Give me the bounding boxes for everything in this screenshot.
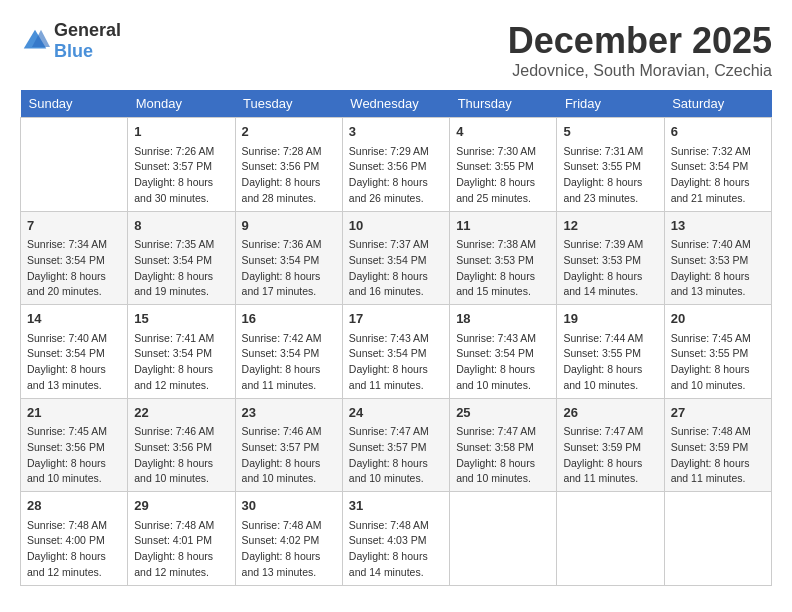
day-number: 3 [349,122,443,142]
cell-content: Sunrise: 7:40 AM Sunset: 3:54 PM Dayligh… [27,331,121,394]
calendar-cell: 28Sunrise: 7:48 AM Sunset: 4:00 PM Dayli… [21,492,128,586]
week-row-1: 1Sunrise: 7:26 AM Sunset: 3:57 PM Daylig… [21,118,772,212]
calendar-cell: 3Sunrise: 7:29 AM Sunset: 3:56 PM Daylig… [342,118,449,212]
calendar-cell [664,492,771,586]
calendar-cell: 11Sunrise: 7:38 AM Sunset: 3:53 PM Dayli… [450,211,557,305]
title-block: December 2025 Jedovnice, South Moravian,… [508,20,772,80]
calendar-cell: 27Sunrise: 7:48 AM Sunset: 3:59 PM Dayli… [664,398,771,492]
day-number: 21 [27,403,121,423]
month-year: December 2025 [508,20,772,62]
calendar-cell: 5Sunrise: 7:31 AM Sunset: 3:55 PM Daylig… [557,118,664,212]
day-number: 11 [456,216,550,236]
cell-content: Sunrise: 7:48 AM Sunset: 3:59 PM Dayligh… [671,424,765,487]
day-number: 14 [27,309,121,329]
day-number: 6 [671,122,765,142]
day-number: 12 [563,216,657,236]
day-number: 19 [563,309,657,329]
weekday-header-sunday: Sunday [21,90,128,118]
weekday-header-wednesday: Wednesday [342,90,449,118]
cell-content: Sunrise: 7:46 AM Sunset: 3:57 PM Dayligh… [242,424,336,487]
cell-content: Sunrise: 7:47 AM Sunset: 3:58 PM Dayligh… [456,424,550,487]
day-number: 4 [456,122,550,142]
calendar-cell: 22Sunrise: 7:46 AM Sunset: 3:56 PM Dayli… [128,398,235,492]
calendar-cell: 9Sunrise: 7:36 AM Sunset: 3:54 PM Daylig… [235,211,342,305]
cell-content: Sunrise: 7:28 AM Sunset: 3:56 PM Dayligh… [242,144,336,207]
page-header: General Blue December 2025 Jedovnice, So… [20,20,772,80]
calendar-cell: 24Sunrise: 7:47 AM Sunset: 3:57 PM Dayli… [342,398,449,492]
day-number: 23 [242,403,336,423]
calendar-cell: 12Sunrise: 7:39 AM Sunset: 3:53 PM Dayli… [557,211,664,305]
location: Jedovnice, South Moravian, Czechia [508,62,772,80]
day-number: 7 [27,216,121,236]
calendar-cell [450,492,557,586]
day-number: 15 [134,309,228,329]
calendar-cell: 2Sunrise: 7:28 AM Sunset: 3:56 PM Daylig… [235,118,342,212]
cell-content: Sunrise: 7:48 AM Sunset: 4:02 PM Dayligh… [242,518,336,581]
calendar-cell [557,492,664,586]
cell-content: Sunrise: 7:36 AM Sunset: 3:54 PM Dayligh… [242,237,336,300]
cell-content: Sunrise: 7:38 AM Sunset: 3:53 PM Dayligh… [456,237,550,300]
calendar-cell: 17Sunrise: 7:43 AM Sunset: 3:54 PM Dayli… [342,305,449,399]
cell-content: Sunrise: 7:48 AM Sunset: 4:00 PM Dayligh… [27,518,121,581]
weekday-header-saturday: Saturday [664,90,771,118]
cell-content: Sunrise: 7:48 AM Sunset: 4:01 PM Dayligh… [134,518,228,581]
weekday-header-row: SundayMondayTuesdayWednesdayThursdayFrid… [21,90,772,118]
calendar-cell: 15Sunrise: 7:41 AM Sunset: 3:54 PM Dayli… [128,305,235,399]
day-number: 17 [349,309,443,329]
cell-content: Sunrise: 7:48 AM Sunset: 4:03 PM Dayligh… [349,518,443,581]
calendar-cell: 31Sunrise: 7:48 AM Sunset: 4:03 PM Dayli… [342,492,449,586]
cell-content: Sunrise: 7:37 AM Sunset: 3:54 PM Dayligh… [349,237,443,300]
calendar-cell: 19Sunrise: 7:44 AM Sunset: 3:55 PM Dayli… [557,305,664,399]
calendar-table: SundayMondayTuesdayWednesdayThursdayFrid… [20,90,772,586]
week-row-2: 7Sunrise: 7:34 AM Sunset: 3:54 PM Daylig… [21,211,772,305]
day-number: 24 [349,403,443,423]
calendar-cell: 18Sunrise: 7:43 AM Sunset: 3:54 PM Dayli… [450,305,557,399]
day-number: 30 [242,496,336,516]
day-number: 9 [242,216,336,236]
day-number: 26 [563,403,657,423]
day-number: 13 [671,216,765,236]
calendar-cell: 23Sunrise: 7:46 AM Sunset: 3:57 PM Dayli… [235,398,342,492]
calendar-cell: 20Sunrise: 7:45 AM Sunset: 3:55 PM Dayli… [664,305,771,399]
week-row-4: 21Sunrise: 7:45 AM Sunset: 3:56 PM Dayli… [21,398,772,492]
cell-content: Sunrise: 7:45 AM Sunset: 3:56 PM Dayligh… [27,424,121,487]
cell-content: Sunrise: 7:29 AM Sunset: 3:56 PM Dayligh… [349,144,443,207]
cell-content: Sunrise: 7:39 AM Sunset: 3:53 PM Dayligh… [563,237,657,300]
logo-icon [20,26,50,56]
day-number: 1 [134,122,228,142]
cell-content: Sunrise: 7:44 AM Sunset: 3:55 PM Dayligh… [563,331,657,394]
calendar-cell: 13Sunrise: 7:40 AM Sunset: 3:53 PM Dayli… [664,211,771,305]
day-number: 28 [27,496,121,516]
cell-content: Sunrise: 7:34 AM Sunset: 3:54 PM Dayligh… [27,237,121,300]
calendar-cell: 10Sunrise: 7:37 AM Sunset: 3:54 PM Dayli… [342,211,449,305]
day-number: 31 [349,496,443,516]
calendar-cell: 1Sunrise: 7:26 AM Sunset: 3:57 PM Daylig… [128,118,235,212]
cell-content: Sunrise: 7:35 AM Sunset: 3:54 PM Dayligh… [134,237,228,300]
cell-content: Sunrise: 7:43 AM Sunset: 3:54 PM Dayligh… [349,331,443,394]
cell-content: Sunrise: 7:40 AM Sunset: 3:53 PM Dayligh… [671,237,765,300]
weekday-header-monday: Monday [128,90,235,118]
calendar-cell: 29Sunrise: 7:48 AM Sunset: 4:01 PM Dayli… [128,492,235,586]
logo: General Blue [20,20,121,62]
cell-content: Sunrise: 7:42 AM Sunset: 3:54 PM Dayligh… [242,331,336,394]
day-number: 18 [456,309,550,329]
calendar-cell: 25Sunrise: 7:47 AM Sunset: 3:58 PM Dayli… [450,398,557,492]
logo-text-blue: Blue [54,41,93,61]
calendar-cell: 4Sunrise: 7:30 AM Sunset: 3:55 PM Daylig… [450,118,557,212]
day-number: 29 [134,496,228,516]
weekday-header-friday: Friday [557,90,664,118]
calendar-cell: 7Sunrise: 7:34 AM Sunset: 3:54 PM Daylig… [21,211,128,305]
cell-content: Sunrise: 7:45 AM Sunset: 3:55 PM Dayligh… [671,331,765,394]
calendar-cell: 8Sunrise: 7:35 AM Sunset: 3:54 PM Daylig… [128,211,235,305]
calendar-cell [21,118,128,212]
calendar-cell: 6Sunrise: 7:32 AM Sunset: 3:54 PM Daylig… [664,118,771,212]
cell-content: Sunrise: 7:47 AM Sunset: 3:59 PM Dayligh… [563,424,657,487]
weekday-header-tuesday: Tuesday [235,90,342,118]
cell-content: Sunrise: 7:32 AM Sunset: 3:54 PM Dayligh… [671,144,765,207]
day-number: 22 [134,403,228,423]
day-number: 8 [134,216,228,236]
day-number: 20 [671,309,765,329]
logo-text-general: General [54,20,121,40]
day-number: 25 [456,403,550,423]
day-number: 16 [242,309,336,329]
